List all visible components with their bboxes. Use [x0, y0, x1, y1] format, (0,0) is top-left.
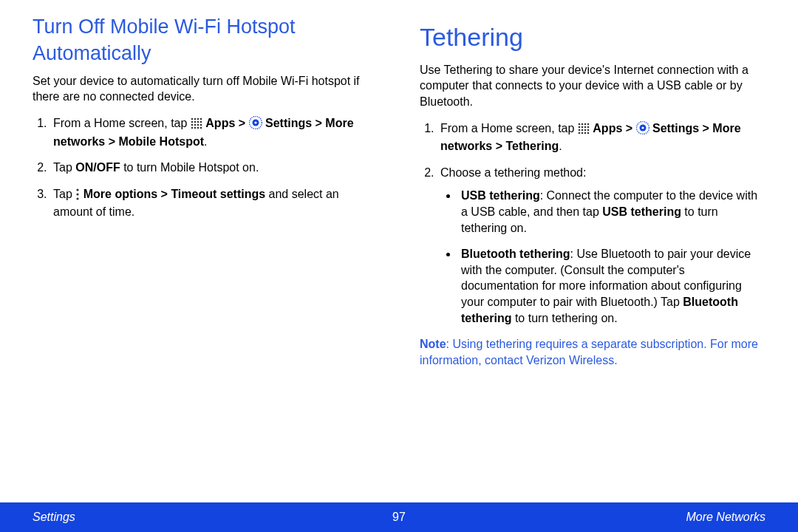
apps-grid-icon [578, 123, 590, 139]
svg-point-19 [77, 188, 79, 191]
separator: > [622, 122, 635, 134]
left-heading: Turn Off Mobile Wi-Fi Hotspot Automatica… [33, 13, 375, 67]
svg-point-13 [194, 127, 197, 129]
right-heading: Tethering [420, 21, 765, 55]
svg-point-30 [579, 129, 581, 131]
left-step-1: From a Home screen, tap Apps > Settings … [50, 115, 375, 149]
svg-point-25 [587, 123, 590, 125]
settings-label: Settings [652, 122, 699, 134]
bluetooth-tethering-item: Bluetooth tethering: Use Bluetooth to pa… [458, 246, 765, 326]
svg-point-21 [77, 197, 79, 200]
svg-point-29 [587, 126, 590, 128]
svg-point-12 [191, 127, 194, 129]
tethering-methods-list: USB tethering: Connect the computer to t… [440, 188, 765, 326]
svg-point-15 [200, 127, 202, 129]
separator: > [699, 122, 712, 134]
settings-gear-icon [636, 121, 649, 139]
svg-point-7 [200, 121, 202, 123]
more-options-icon [75, 188, 80, 205]
apps-grid-icon [191, 117, 202, 134]
left-step-2: Tap ON/OFF to turn Mobile Hotspot on. [50, 160, 375, 176]
svg-point-27 [582, 126, 584, 128]
right-step-2: Choose a tethering method: USB tethering… [437, 165, 765, 326]
period: . [559, 140, 562, 152]
svg-point-35 [582, 132, 584, 134]
text: to turn tethering on. [511, 312, 617, 324]
note-text: Note: Using tethering requires a separat… [420, 336, 765, 368]
right-column: Tethering Use Tethering to share your de… [399, 0, 798, 502]
svg-point-14 [197, 127, 200, 129]
svg-point-28 [584, 126, 587, 128]
svg-point-22 [579, 123, 581, 125]
apps-label: Apps [593, 122, 622, 134]
svg-point-31 [582, 129, 584, 131]
settings-gear-icon [249, 116, 262, 134]
page-footer: Settings 97 More Networks [0, 502, 798, 532]
svg-point-18 [254, 121, 256, 123]
text: From a Home screen, tap [53, 117, 191, 129]
text: Tap [53, 161, 75, 174]
text: From a Home screen, tap [440, 122, 578, 134]
left-column: Turn Off Mobile Wi-Fi Hotspot Automatica… [0, 0, 399, 502]
svg-point-4 [191, 121, 194, 123]
settings-label: Settings [265, 117, 312, 129]
separator: > [235, 117, 248, 129]
usb-label: USB tethering [461, 189, 540, 202]
svg-point-33 [587, 129, 590, 131]
svg-point-26 [579, 126, 581, 128]
svg-point-5 [194, 121, 197, 123]
text: to turn Mobile Hotspot on. [120, 161, 259, 174]
svg-point-2 [197, 118, 200, 120]
svg-point-24 [584, 123, 587, 125]
svg-point-11 [200, 124, 202, 126]
note-label: Note [420, 338, 446, 350]
svg-point-6 [197, 121, 200, 123]
svg-point-20 [77, 193, 79, 195]
right-steps: From a Home screen, tap Apps > Settings … [420, 120, 765, 327]
note-body: : Using tethering requires a separate su… [420, 338, 758, 366]
svg-point-8 [191, 124, 194, 126]
svg-point-40 [641, 126, 644, 129]
svg-point-9 [194, 124, 197, 126]
svg-point-34 [579, 132, 581, 134]
apps-label: Apps [205, 117, 235, 129]
text: Tap [53, 188, 75, 200]
left-intro: Set your device to automatically turn of… [33, 73, 375, 105]
more-options-label: More options > Timeout settings [83, 188, 265, 200]
svg-point-0 [191, 118, 194, 120]
right-intro: Use Tethering to share your device's Int… [420, 62, 765, 110]
svg-point-3 [200, 118, 202, 120]
onoff-label: ON/OFF [75, 161, 120, 174]
svg-point-1 [194, 118, 197, 120]
svg-point-32 [584, 129, 587, 131]
separator: > [312, 117, 325, 129]
usb-tethering-item: USB tethering: Connect the computer to t… [458, 188, 765, 236]
footer-left: Settings [0, 511, 377, 524]
footer-page-number: 97 [377, 511, 421, 524]
svg-point-10 [197, 124, 200, 126]
svg-point-23 [582, 123, 584, 125]
svg-point-37 [587, 132, 590, 134]
left-step-3: Tap More options > Timeout settings and … [50, 186, 375, 220]
svg-point-36 [584, 132, 587, 134]
left-steps: From a Home screen, tap Apps > Settings … [33, 115, 375, 220]
right-step-1: From a Home screen, tap Apps > Settings … [437, 120, 765, 154]
page-body: Turn Off Mobile Wi-Fi Hotspot Automatica… [0, 0, 798, 502]
period: . [204, 135, 207, 148]
bt-label: Bluetooth tethering [461, 248, 570, 260]
text: Choose a tethering method: [440, 166, 586, 179]
footer-right: More Networks [421, 511, 798, 524]
usb-tap-label: USB tethering [602, 205, 681, 218]
